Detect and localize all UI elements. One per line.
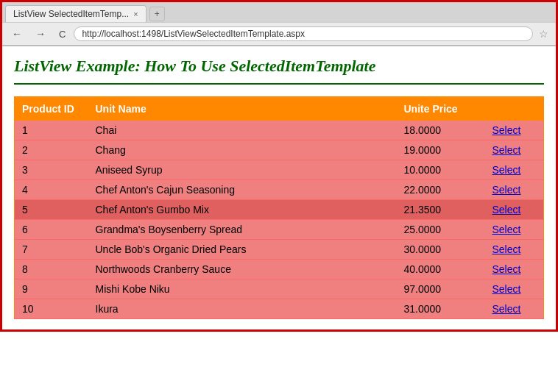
cell-unit-name: Mishi Kobe Niku	[88, 279, 397, 299]
cell-unit-name: Chef Anton's Gumbo Mix	[88, 200, 397, 220]
tab-bar: ListView SelectedItemTemp... × +	[2, 2, 556, 22]
cell-unit-price: 40.0000	[397, 260, 485, 279]
cell-action: Select	[485, 299, 544, 319]
cell-unit-price: 10.0000	[397, 160, 485, 180]
table-row: 3Aniseed Syrup10.0000Select	[15, 160, 544, 180]
refresh-button[interactable]: C	[54, 26, 71, 42]
cell-unit-name: Ikura	[88, 299, 397, 319]
new-tab-button[interactable]: +	[149, 7, 165, 21]
cell-action: Select	[485, 220, 544, 240]
cell-action: Select	[485, 180, 544, 200]
cell-unit-price: 22.0000	[397, 180, 485, 200]
cell-unit-name: Chef Anton's Cajun Seasoning	[88, 180, 397, 200]
cell-unit-name: Chang	[88, 140, 397, 160]
cell-action: Select	[485, 200, 544, 220]
cell-product-id: 6	[15, 220, 88, 240]
cell-product-id: 4	[15, 180, 88, 200]
product-table: Product ID Unit Name Unite Price 1Chai18…	[14, 96, 544, 319]
table-row: 8Northwoods Cranberry Sauce40.0000Select	[15, 260, 544, 279]
cell-unit-price: 25.0000	[397, 220, 485, 240]
table-row: 5Chef Anton's Gumbo Mix21.3500Select	[15, 200, 544, 220]
cell-product-id: 3	[15, 160, 88, 180]
table-row: 10Ikura31.0000Select	[15, 299, 544, 319]
forward-button[interactable]: →	[30, 26, 51, 42]
browser-tab[interactable]: ListView SelectedItemTemp... ×	[5, 5, 146, 22]
col-header-product-id: Product ID	[15, 97, 88, 121]
cell-action: Select	[485, 279, 544, 299]
select-button[interactable]: Select	[492, 164, 521, 176]
cell-unit-name: Northwoods Cranberry Sauce	[88, 260, 397, 279]
cell-action: Select	[485, 160, 544, 180]
cell-unit-price: 18.0000	[397, 121, 485, 140]
page-title: ListView Example: How To Use SelectedIte…	[14, 57, 544, 76]
nav-bar: ← → C ☆	[2, 22, 556, 46]
col-header-unit-price: Unite Price	[397, 97, 485, 121]
table-body: 1Chai18.0000Select2Chang19.0000Select3An…	[15, 121, 544, 319]
select-button[interactable]: Select	[492, 184, 521, 196]
table-row: 6Grandma's Boysenberry Spread25.0000Sele…	[15, 220, 544, 240]
table-row: 1Chai18.0000Select	[15, 121, 544, 140]
select-button[interactable]: Select	[492, 283, 521, 295]
cell-action: Select	[485, 121, 544, 140]
cell-product-id: 7	[15, 240, 88, 260]
table-row: 2Chang19.0000Select	[15, 140, 544, 160]
select-button[interactable]: Select	[492, 263, 521, 275]
title-divider	[14, 83, 544, 85]
bookmark-star-icon[interactable]: ☆	[536, 26, 551, 41]
select-button[interactable]: Select	[492, 204, 521, 215]
cell-product-id: 2	[15, 140, 88, 160]
cell-action: Select	[485, 240, 544, 260]
cell-action: Select	[485, 260, 544, 279]
cell-unit-price: 97.0000	[397, 279, 485, 299]
cell-unit-price: 21.3500	[397, 200, 485, 220]
table-row: 9Mishi Kobe Niku97.0000Select	[15, 279, 544, 299]
col-header-unit-name: Unit Name	[88, 97, 397, 121]
cell-action: Select	[485, 140, 544, 160]
table-header: Product ID Unit Name Unite Price	[15, 97, 544, 121]
cell-product-id: 1	[15, 121, 88, 140]
col-header-action	[485, 97, 544, 121]
table-row: 7Uncle Bob's Organic Dried Pears30.0000S…	[15, 240, 544, 260]
back-button[interactable]: ←	[7, 26, 27, 42]
tab-label: ListView SelectedItemTemp...	[13, 9, 129, 19]
address-bar[interactable]	[74, 26, 533, 41]
select-button[interactable]: Select	[492, 124, 521, 136]
cell-unit-price: 31.0000	[397, 299, 485, 319]
cell-product-id: 8	[15, 260, 88, 279]
table-row: 4Chef Anton's Cajun Seasoning22.0000Sele…	[15, 180, 544, 200]
cell-product-id: 10	[15, 299, 88, 319]
select-button[interactable]: Select	[492, 243, 521, 255]
select-button[interactable]: Select	[492, 303, 521, 315]
cell-unit-name: Aniseed Syrup	[88, 160, 397, 180]
cell-unit-price: 19.0000	[397, 140, 485, 160]
header-row: Product ID Unit Name Unite Price	[15, 97, 544, 121]
tab-close-button[interactable]: ×	[133, 10, 138, 18]
cell-product-id: 9	[15, 279, 88, 299]
page-content: ListView Example: How To Use SelectedIte…	[2, 46, 556, 329]
select-button[interactable]: Select	[492, 224, 521, 235]
cell-unit-name: Uncle Bob's Organic Dried Pears	[88, 240, 397, 260]
cell-unit-name: Grandma's Boysenberry Spread	[88, 220, 397, 240]
cell-unit-name: Chai	[88, 121, 397, 140]
browser-chrome: ListView SelectedItemTemp... × + ← → C ☆	[2, 2, 556, 46]
cell-unit-price: 30.0000	[397, 240, 485, 260]
cell-product-id: 5	[15, 200, 88, 220]
select-button[interactable]: Select	[492, 144, 521, 156]
